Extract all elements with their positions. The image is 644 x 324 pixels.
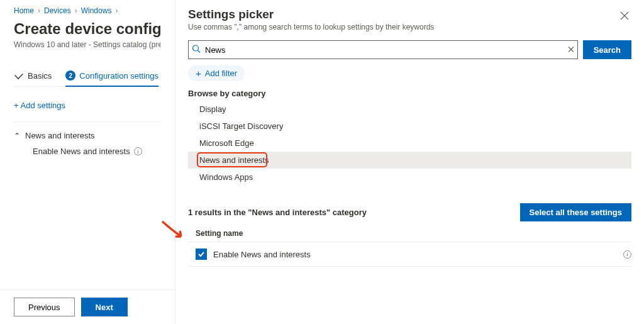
result-setting-name: Enable News and interests bbox=[213, 250, 311, 259]
info-icon[interactable]: i bbox=[134, 147, 142, 155]
left-pane: Home › Devices › Windows › Create device… bbox=[0, 0, 175, 324]
category-edge[interactable]: Microsoft Edge bbox=[188, 135, 631, 152]
close-button[interactable] bbox=[618, 8, 631, 26]
category-windows-apps[interactable]: Windows Apps bbox=[188, 169, 631, 186]
browse-category-label: Browse by category bbox=[188, 89, 631, 98]
group-header[interactable]: ⌃ News and interests bbox=[14, 131, 161, 140]
previous-button[interactable]: Previous bbox=[14, 298, 75, 316]
breadcrumb: Home › Devices › Windows › bbox=[14, 6, 161, 15]
results-count-text: 1 results in the "News and interests" ca… bbox=[188, 208, 367, 217]
result-checkbox[interactable] bbox=[196, 249, 207, 260]
setting-row: Enable News and interests i bbox=[14, 140, 161, 156]
breadcrumb-devices[interactable]: Devices bbox=[44, 6, 71, 15]
wizard-tabs: Basics 2 Configuration settings bbox=[14, 70, 161, 87]
setting-label: Enable News and interests bbox=[33, 147, 130, 156]
add-settings-link[interactable]: + Add settings bbox=[14, 101, 161, 110]
info-icon[interactable]: i bbox=[623, 250, 631, 259]
select-all-button[interactable]: Select all these settings bbox=[520, 203, 631, 221]
search-icon bbox=[192, 45, 201, 55]
search-button[interactable]: Search bbox=[583, 40, 631, 59]
group-name: News and interests bbox=[25, 131, 95, 140]
result-row: Enable News and interests i bbox=[188, 242, 631, 267]
page-subtitle: Windows 10 and later - Settings catalog … bbox=[14, 40, 161, 49]
clear-search-button[interactable] bbox=[568, 45, 574, 55]
category-list: Display iSCSI Target Discovery Microsoft… bbox=[188, 101, 631, 186]
chevron-right-icon: › bbox=[38, 6, 40, 15]
category-display[interactable]: Display bbox=[188, 101, 631, 118]
category-iscsi[interactable]: iSCSI Target Discovery bbox=[188, 118, 631, 135]
close-icon bbox=[620, 11, 629, 20]
category-news-and-interests[interactable]: News and interests bbox=[188, 152, 631, 169]
settings-group: ⌃ News and interests Enable News and int… bbox=[14, 121, 161, 156]
chevron-up-icon: ⌃ bbox=[14, 131, 20, 140]
checkmark-icon bbox=[197, 250, 205, 258]
search-row: Search bbox=[188, 40, 631, 59]
panel-subtitle: Use commas "," among search terms to loo… bbox=[188, 23, 434, 31]
settings-picker-panel: Settings picker Use commas "," among sea… bbox=[175, 0, 644, 324]
step-number-badge: 2 bbox=[65, 70, 75, 81]
results-header-row: 1 results in the "News and interests" ca… bbox=[188, 203, 631, 221]
wizard-footer: Previous Next bbox=[0, 289, 175, 324]
page-title: Create device configurat bbox=[14, 20, 161, 38]
panel-title: Settings picker bbox=[188, 8, 434, 21]
next-button[interactable]: Next bbox=[81, 298, 128, 316]
breadcrumb-home[interactable]: Home bbox=[14, 6, 34, 15]
tab-configuration-settings[interactable]: 2 Configuration settings bbox=[65, 70, 158, 87]
add-filter-label: Add filter bbox=[205, 69, 237, 78]
breadcrumb-windows[interactable]: Windows bbox=[81, 6, 112, 15]
plus-icon: + bbox=[196, 68, 201, 79]
tab-basics[interactable]: Basics bbox=[14, 70, 52, 86]
add-filter-button[interactable]: + Add filter bbox=[188, 65, 245, 81]
tab-basics-label: Basics bbox=[28, 71, 52, 81]
search-input[interactable] bbox=[188, 40, 578, 59]
chevron-right-icon: › bbox=[115, 6, 118, 15]
tab-config-label: Configuration settings bbox=[79, 71, 158, 81]
svg-point-0 bbox=[193, 45, 199, 51]
chevron-right-icon: › bbox=[75, 6, 77, 15]
column-header-setting-name: Setting name bbox=[188, 224, 631, 242]
clear-icon bbox=[568, 47, 574, 53]
